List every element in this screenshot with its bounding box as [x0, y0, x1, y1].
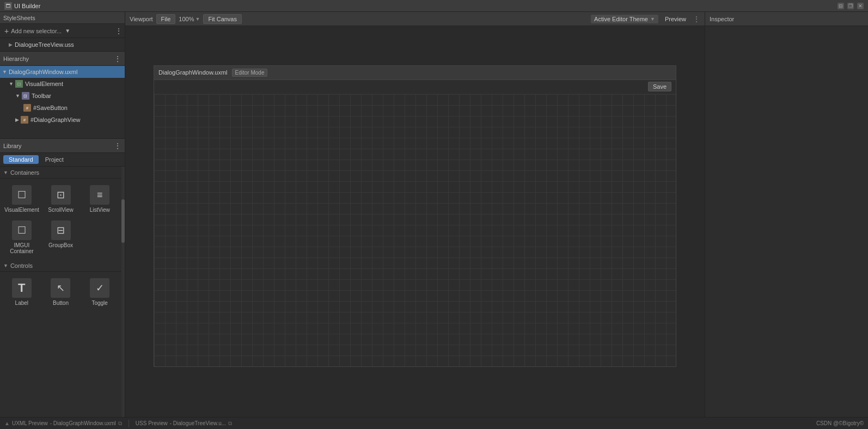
h-chevron-0: ▼: [2, 69, 7, 75]
visual-element-lib-icon: ☐: [12, 185, 32, 205]
controls-arrow: ▼: [3, 263, 8, 268]
add-selector-label: Add new selector...: [11, 28, 62, 34]
close-button[interactable]: ✕: [857, 3, 864, 9]
main-layout: StyleSheets + Add new selector... ▼ ⋮ ▶ …: [0, 12, 868, 417]
lib-item-imgui-container[interactable]: ☐ IMGUI Container: [2, 216, 41, 258]
viewport-more-icon[interactable]: ⋮: [693, 15, 700, 23]
hierarchy-item-2[interactable]: ▼ ⊡ Toolbar: [0, 90, 125, 102]
visual-element-icon: □: [15, 80, 23, 88]
hierarchy-item-0[interactable]: ▼ DialogGraphWindow.uxml: [0, 66, 125, 78]
label-lib-icon: T: [12, 278, 32, 298]
group-box-lib-icon: ⊟: [51, 220, 71, 240]
stylesheets-section: StyleSheets + Add new selector... ▼ ⋮ ▶ …: [0, 12, 125, 52]
lib-item-toggle[interactable]: ✓ Toggle: [80, 274, 119, 309]
add-selector-button[interactable]: + Add new selector...: [2, 26, 64, 36]
selector-arrow-icon[interactable]: ▼: [65, 28, 70, 34]
ui-builder-icon: 🗔: [4, 2, 12, 10]
status-divider: [129, 420, 129, 427]
controls-label: Controls: [10, 262, 33, 269]
list-view-lib-label: ListView: [90, 207, 110, 213]
plus-icon: +: [4, 27, 9, 35]
left-panel: StyleSheets + Add new selector... ▼ ⋮ ▶ …: [0, 12, 125, 417]
dialog-graph-view-icon: #: [21, 116, 28, 124]
h-chevron-4: ▶: [15, 117, 19, 122]
lib-item-label[interactable]: T Label: [2, 274, 41, 309]
h-label-3: #SaveButton: [33, 105, 68, 111]
uss-preview-section: USS Preview - DialogueTreeView.u... ⧉: [136, 420, 232, 427]
hierarchy-section: Hierarchy ⋮ ▼ DialogGraphWindow.uxml ▼ □…: [0, 52, 125, 139]
toggle-lib-icon: ✓: [90, 278, 109, 298]
scroll-view-lib-icon: ⊡: [51, 185, 71, 205]
maximize-button[interactable]: ❐: [847, 3, 854, 9]
tab-project[interactable]: Project: [40, 155, 69, 164]
containers-grid: ☐ VisualElement ⊡ ScrollView ≡ ListView: [0, 179, 121, 260]
h-label-2: Toolbar: [32, 93, 51, 99]
theme-dropdown[interactable]: Active Editor Theme ▼: [591, 15, 658, 23]
lib-category-containers: ▼ Containers: [0, 167, 121, 179]
scroll-view-lib-label: ScrollView: [48, 207, 74, 213]
lib-item-list-view[interactable]: ≡ ListView: [80, 181, 119, 216]
lib-item-group-box[interactable]: ⊟ GroupBox: [41, 216, 81, 258]
save-button-icon: #: [23, 104, 31, 112]
uxml-preview-section: UXML Preview - DialogGraphWindow.uxml ⧉: [12, 420, 122, 427]
library-content: ▼ Containers ☐ VisualElement ⊡ ScrollVie…: [0, 167, 121, 417]
stylesheet-chevron: ▶: [9, 42, 13, 47]
button-lib-icon: ↖: [51, 278, 70, 298]
zoom-arrow-icon[interactable]: ▼: [195, 16, 200, 22]
h-label-4: #DialogGraphView: [30, 117, 81, 123]
title-text: UI Builder: [14, 3, 40, 9]
save-button[interactable]: Save: [648, 82, 671, 91]
uss-preview-label: USS Preview: [136, 420, 168, 426]
fit-canvas-button[interactable]: Fit Canvas: [203, 14, 242, 24]
lib-item-scroll-view[interactable]: ⊡ ScrollView: [41, 181, 81, 216]
stylesheets-title: StyleSheets: [3, 15, 121, 21]
uss-expand-icon[interactable]: ⧉: [228, 420, 232, 427]
visual-element-lib-label: VisualElement: [4, 207, 39, 213]
minimize-button[interactable]: ⊟: [838, 3, 844, 9]
title-bar-left: 🗔 UI Builder: [4, 2, 40, 10]
theme-label: Active Editor Theme: [594, 16, 648, 22]
library-scrollbar[interactable]: [121, 167, 125, 417]
imgui-container-lib-label: IMGUI Container: [4, 242, 39, 254]
viewport-toolbar: Viewport File 100% ▼ Fit Canvas Active E…: [125, 12, 705, 26]
uss-preview-filename: - DialogueTreeView.u...: [170, 420, 226, 426]
viewport-title: Viewport: [130, 16, 153, 22]
preview-button[interactable]: Preview: [662, 15, 689, 23]
stylesheet-item-0[interactable]: ▶ DialogueTreeView.uss: [0, 38, 125, 51]
uxml-expand-icon-2[interactable]: ⧉: [118, 420, 122, 427]
toolbar-icon: ⊡: [22, 92, 29, 100]
h-chevron-1: ▼: [9, 81, 14, 87]
tab-standard[interactable]: Standard: [3, 155, 39, 164]
containers-label: Containers: [10, 169, 39, 176]
zoom-value: 100%: [179, 16, 194, 22]
hierarchy-item-4[interactable]: ▶ # #DialogGraphView: [0, 114, 125, 126]
stylesheets-header: StyleSheets: [0, 12, 125, 24]
controls-grid: T Label ↖ Button ✓ Toggle: [0, 272, 121, 311]
add-selector-row: + Add new selector... ▼ ⋮: [0, 24, 125, 38]
stylesheet-label: DialogueTreeView.uss: [15, 41, 74, 48]
copyright-text: CSDN @©Bigotry©: [816, 420, 864, 426]
hierarchy-more-icon[interactable]: ⋮: [114, 54, 121, 63]
label-lib-label: Label: [15, 300, 28, 306]
lib-item-visual-element[interactable]: ☐ VisualElement: [2, 181, 41, 216]
uxml-preview-filename: - DialogGraphWindow.uxml: [50, 420, 116, 426]
hierarchy-item-1[interactable]: ▼ □ VisualElement: [0, 78, 125, 90]
file-button[interactable]: File: [156, 14, 176, 24]
library-title: Library: [3, 143, 114, 149]
uxml-expand-icon[interactable]: ▲: [4, 420, 10, 426]
canvas-grid[interactable]: [154, 94, 676, 366]
inspector-title: Inspector: [710, 16, 734, 22]
canvas-area[interactable]: DialogGraphWindow.uxml Editor Mode Save: [125, 26, 705, 417]
toggle-lib-label: Toggle: [91, 300, 107, 306]
zoom-control[interactable]: 100% ▼: [179, 16, 200, 22]
library-scrollbar-thumb[interactable]: [121, 199, 125, 243]
hierarchy-item-3[interactable]: # #SaveButton: [0, 102, 125, 114]
status-bar: ▲ UXML Preview - DialogGraphWindow.uxml …: [0, 417, 868, 429]
hierarchy-header: Hierarchy ⋮: [0, 52, 125, 66]
library-tabs: Standard Project: [0, 153, 125, 167]
library-more-icon[interactable]: ⋮: [114, 142, 121, 150]
stylesheets-more-icon[interactable]: ⋮: [115, 27, 123, 35]
viewport-panel: Viewport File 100% ▼ Fit Canvas Active E…: [125, 12, 705, 417]
lib-item-button[interactable]: ↖ Button: [41, 274, 81, 309]
canvas-filename: DialogGraphWindow.uxml: [158, 69, 228, 76]
